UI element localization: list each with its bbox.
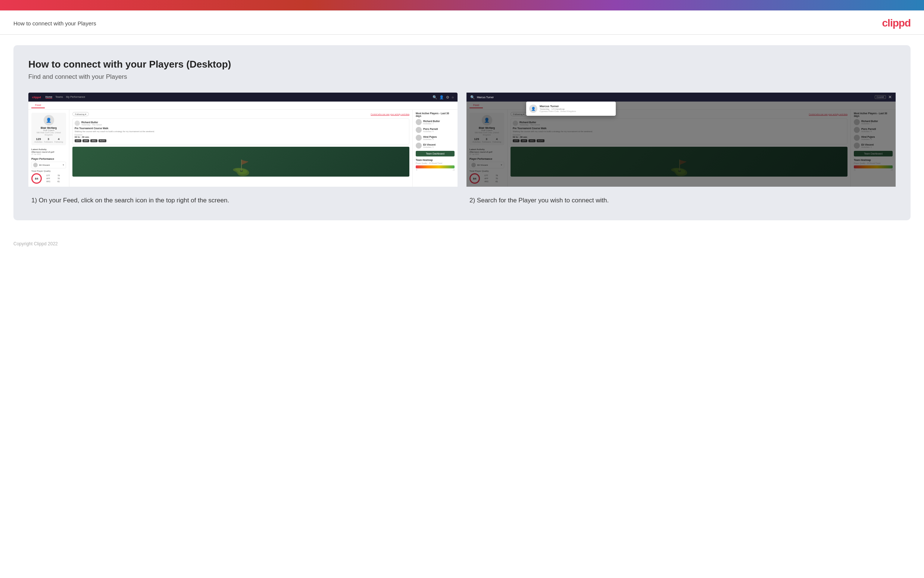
control-link[interactable]: Control who can see your activity and da… bbox=[371, 113, 409, 115]
activity-tags-2: OTT APP ARG PUTT bbox=[513, 139, 845, 142]
player-avatar-2 bbox=[416, 127, 422, 133]
golf-silhouette-2: ⛳ bbox=[670, 159, 689, 177]
page-title: How to connect with your Players bbox=[13, 20, 96, 26]
main-content: How to connect with your Players (Deskto… bbox=[0, 35, 924, 234]
performance-bars: OTT 79 APP 70 bbox=[46, 174, 60, 183]
following-button-2[interactable]: Following ▾ bbox=[511, 112, 527, 116]
team-dashboard-button-2[interactable]: Team Dashboard bbox=[854, 151, 893, 156]
arg-bar-2: ARG 61 bbox=[484, 180, 498, 183]
following-row: Following ▾ Control who can see your act… bbox=[73, 112, 409, 116]
team-heatmap: Team Heatmap Player Quality · 20 Round T… bbox=[416, 159, 455, 171]
top-bar bbox=[0, 0, 924, 10]
profile-name: Blair McHarg bbox=[34, 127, 64, 129]
tag-ott: OTT bbox=[74, 139, 81, 142]
score-circle: 84 bbox=[31, 173, 42, 184]
footer: Copyright Clippd 2022 bbox=[0, 234, 924, 254]
player-select[interactable]: Eli Vincent ▾ bbox=[31, 162, 66, 169]
player-list-item-3: Hiral Pujara Activities: 3 bbox=[416, 135, 455, 141]
player-list-item-7: Hiral Pujara Activities: 3 bbox=[854, 135, 893, 141]
player-list-item-6: Piers Parnell Activities: 4 bbox=[854, 127, 893, 133]
hero-section: How to connect with your Players (Deskto… bbox=[13, 45, 911, 220]
player-list-item-4: Eli Vincent Activities: 1 bbox=[416, 143, 455, 149]
tpq-label-2: Total Player Quality bbox=[469, 170, 504, 172]
search-bar-overlay: 🔍 Marcus Turner CLEAR ✕ bbox=[466, 93, 896, 102]
mini-left-panel-2: 👤 Blair McHarg Golf Coach Mill Ride Golf… bbox=[466, 110, 508, 187]
feed-tab[interactable]: Feed bbox=[31, 103, 45, 108]
player-select-avatar-2 bbox=[471, 163, 476, 167]
profile-avatar: 👤 bbox=[44, 115, 54, 125]
ott-bar-2: OTT 79 bbox=[484, 174, 498, 177]
dropdown-arrow-2: ▾ bbox=[501, 164, 502, 167]
search-dropdown: 👤 Marcus Turner Yesterday · 1-5 Handicap… bbox=[526, 102, 616, 116]
mini-app-wrapper-2: clippd Home Teams My Performance 🔍 👤 ⚙ ○ bbox=[466, 93, 896, 187]
app-bar-2: APP 70 bbox=[484, 177, 498, 180]
following-stat: 4 Following bbox=[55, 137, 63, 143]
team-heatmap-2: Team Heatmap Player Quality · 20 Round T… bbox=[854, 159, 893, 171]
user-icon[interactable]: 👤 bbox=[439, 95, 444, 99]
feed-tab-2[interactable]: Feed bbox=[469, 103, 483, 108]
tag-arg-2: ARG bbox=[528, 139, 536, 142]
nav-link-home[interactable]: Home bbox=[45, 96, 53, 99]
activity-header: Richard Butler Yesterday · The Grove bbox=[74, 120, 407, 126]
mini-center-panel: Following ▾ Control who can see your act… bbox=[70, 110, 413, 187]
captions-row: 1) On your Feed, click on the search ico… bbox=[28, 196, 896, 205]
player-avatar-1 bbox=[416, 119, 422, 125]
tag-ott-2: OTT bbox=[513, 139, 519, 142]
latest-activity-2: Latest Activity Afternoon round of golf … bbox=[469, 148, 504, 155]
arg-bar: ARG 61 bbox=[46, 180, 60, 183]
mini-right-panel: Most Active Players - Last 30 days Richa… bbox=[413, 110, 458, 187]
heatmap-bar-2 bbox=[854, 166, 893, 169]
profile-stats-2: 129 Activities 3 Followers 4 bbox=[472, 137, 502, 143]
profile-club: Mill Ride Golf Club, United Kingdom bbox=[34, 132, 64, 136]
nav-link-teams[interactable]: Teams bbox=[55, 96, 63, 99]
heatmap-labels: -5 +5 bbox=[416, 169, 455, 171]
close-search-button[interactable]: ✕ bbox=[888, 94, 892, 100]
player-list-item-8: Eli Vincent Activities: 1 bbox=[854, 143, 893, 149]
caption-1: 1) On your Feed, click on the search ico… bbox=[28, 196, 458, 205]
settings-icon[interactable]: ⚙ bbox=[446, 95, 449, 99]
player-list-item-1: Richard Butler Activities: 7 bbox=[416, 119, 455, 125]
app-bar: APP 70 bbox=[46, 177, 60, 180]
dropdown-arrow: ▾ bbox=[63, 164, 64, 167]
score-circle-2: 84 bbox=[469, 173, 480, 184]
screenshot-2: clippd Home Teams My Performance 🔍 👤 ⚙ ○ bbox=[466, 93, 896, 187]
latest-activity: Latest Activity Afternoon round of golf … bbox=[31, 148, 66, 155]
mini-right-panel-2: Most Active Players - Last 30 days Richa… bbox=[851, 110, 896, 187]
player-avatar-3 bbox=[416, 135, 422, 141]
tag-putt-2: PUTT bbox=[537, 139, 544, 142]
nav-link-my-performance[interactable]: My Performance bbox=[66, 96, 85, 99]
heatmap-bar bbox=[416, 166, 455, 169]
search-input-value[interactable]: Marcus Turner bbox=[477, 96, 872, 99]
search-result-1[interactable]: 👤 Marcus Turner Yesterday · 1-5 Handicap… bbox=[529, 104, 613, 113]
activity-avatar bbox=[74, 120, 80, 126]
followers-stat: 3 Followers bbox=[44, 137, 53, 143]
tag-app: APP bbox=[83, 139, 89, 142]
screenshot-1: clippd Home Teams My Performance 🔍 👤 ⚙ ○ bbox=[28, 93, 458, 187]
mini-logo-1: clippd bbox=[32, 96, 41, 99]
mini-center-panel-2: Following ▾ Control who can see your act… bbox=[508, 110, 851, 187]
activity-image-2: ⛳ bbox=[511, 147, 848, 177]
player-avatar-6 bbox=[854, 127, 860, 133]
mini-app-1: clippd Home Teams My Performance 🔍 👤 ⚙ ○ bbox=[28, 93, 458, 187]
performance-bars-2: OTT 79 APP 70 bbox=[484, 174, 498, 183]
tag-putt: PUTT bbox=[99, 139, 106, 142]
activity-tags: OTT APP ARG PUTT bbox=[74, 139, 407, 142]
avatar-icon[interactable]: ○ bbox=[451, 95, 454, 99]
hero-subtitle: Find and connect with your Players bbox=[28, 73, 896, 81]
logo: clippd bbox=[882, 17, 911, 29]
followers-stat-2: 3 Followers bbox=[482, 137, 491, 143]
search-icon[interactable]: 🔍 bbox=[432, 95, 437, 99]
profile-card-2: 👤 Blair McHarg Golf Coach Mill Ride Golf… bbox=[469, 113, 504, 145]
profile-name-2: Blair McHarg bbox=[472, 127, 502, 129]
clear-button[interactable]: CLEAR bbox=[875, 95, 886, 99]
search-result-avatar: 👤 bbox=[529, 104, 537, 113]
activities-stat: 129 Activities bbox=[34, 137, 42, 143]
screenshots-row: clippd Home Teams My Performance 🔍 👤 ⚙ ○ bbox=[28, 93, 896, 187]
profile-avatar-2: 👤 bbox=[482, 115, 492, 125]
copyright-text: Copyright Clippd 2022 bbox=[13, 241, 58, 247]
control-link-2[interactable]: Control who can see your activity and da… bbox=[809, 113, 848, 115]
team-dashboard-button[interactable]: Team Dashboard bbox=[416, 151, 455, 156]
header: How to connect with your Players clippd bbox=[0, 10, 924, 35]
player-select-2[interactable]: Eli Vincent ▾ bbox=[469, 162, 504, 169]
following-button[interactable]: Following ▾ bbox=[73, 112, 89, 116]
